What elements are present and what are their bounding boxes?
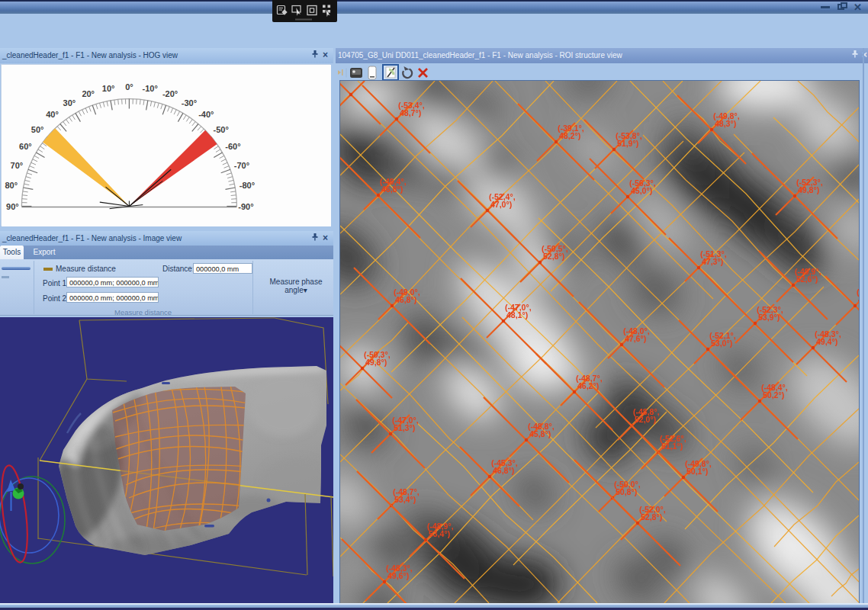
svg-text:0°: 0° bbox=[125, 82, 133, 92]
svg-text:20°: 20° bbox=[82, 89, 95, 98]
svg-text:49,6°): 49,6°) bbox=[858, 295, 859, 304]
svg-text:60°: 60° bbox=[19, 142, 32, 151]
svg-text:51,1°): 51,1°) bbox=[661, 441, 683, 451]
svg-text:51,3°): 51,3°) bbox=[394, 423, 415, 432]
svg-text:-40°: -40° bbox=[198, 110, 214, 119]
svg-text:48,7°): 48,7°) bbox=[400, 108, 421, 117]
svg-text:48,3°): 48,3°) bbox=[715, 119, 736, 128]
svg-text:-80°: -80° bbox=[240, 181, 255, 190]
svg-text:46,8°): 46,8°) bbox=[395, 295, 416, 304]
svg-text:53,4°): 53,4°) bbox=[429, 529, 450, 538]
svg-text:-50°: -50° bbox=[214, 125, 229, 134]
svg-text:70°: 70° bbox=[11, 161, 24, 170]
svg-text:-20°: -20° bbox=[162, 89, 178, 98]
svg-text:45,0°): 45,0°) bbox=[631, 186, 652, 195]
svg-text:49,8°): 49,8°) bbox=[365, 358, 387, 367]
svg-text:47,0°): 47,0°) bbox=[490, 200, 512, 209]
svg-text:52,8°): 52,8°) bbox=[641, 512, 662, 522]
svg-text:47,6°): 47,6°) bbox=[625, 334, 646, 343]
svg-text:50,2°): 50,2°) bbox=[763, 390, 784, 400]
svg-text:90°: 90° bbox=[6, 202, 19, 211]
svg-text:47,3°): 47,3°) bbox=[702, 257, 723, 266]
svg-text:30°: 30° bbox=[63, 98, 76, 108]
svg-text:49,8°): 49,8°) bbox=[798, 185, 819, 194]
svg-text:49,4°): 49,4°) bbox=[816, 337, 837, 346]
svg-text:49,6°): 49,6°) bbox=[387, 571, 409, 580]
svg-text:-90°: -90° bbox=[238, 202, 253, 211]
svg-text:-70°: -70° bbox=[234, 161, 249, 170]
svg-text:53,4°): 53,4°) bbox=[394, 495, 416, 504]
svg-text:45,8°): 45,8°) bbox=[529, 429, 551, 438]
svg-text:40°: 40° bbox=[46, 110, 59, 119]
svg-text:-60°: -60° bbox=[225, 142, 240, 151]
svg-text:50,8°): 50,8°) bbox=[616, 487, 637, 496]
svg-text:51,9°): 51,9°) bbox=[617, 139, 638, 148]
svg-text:10°: 10° bbox=[102, 84, 115, 93]
svg-text:52,8°): 52,8°) bbox=[543, 252, 564, 261]
svg-text:50,1°): 50,1°) bbox=[686, 467, 708, 476]
svg-text:48,2°): 48,2°) bbox=[559, 131, 580, 140]
svg-text:46,8°): 46,8°) bbox=[493, 466, 514, 475]
svg-text:48,1°): 48,1°) bbox=[506, 310, 528, 319]
svg-text:50°: 50° bbox=[31, 125, 44, 134]
svg-text:53,0°): 53,0°) bbox=[711, 339, 732, 348]
svg-text:-30°: -30° bbox=[182, 98, 197, 108]
svg-text:52,0°): 52,0°) bbox=[635, 415, 656, 424]
svg-text:46,8°): 46,8°) bbox=[381, 185, 403, 194]
svg-text:80°: 80° bbox=[5, 181, 18, 190]
svg-text:53,9°): 53,9°) bbox=[758, 313, 780, 322]
svg-text:-10°: -10° bbox=[143, 84, 158, 93]
svg-text:52,6°): 52,6°) bbox=[796, 274, 818, 284]
